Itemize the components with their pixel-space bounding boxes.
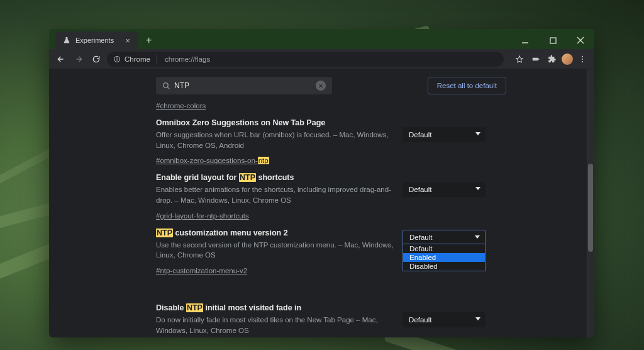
flask-icon xyxy=(63,37,70,44)
svg-point-12 xyxy=(164,82,169,88)
menu-icon[interactable] xyxy=(575,52,589,66)
flag-dropdown[interactable]: Default xyxy=(402,182,486,197)
flag-item: Enable grid layout for NTP shortcuts Ena… xyxy=(156,166,582,220)
url-path: chrome://flags xyxy=(165,55,210,63)
profile-avatar[interactable] xyxy=(562,54,573,65)
svg-point-10 xyxy=(582,58,583,59)
flag-dropdown[interactable]: Default xyxy=(402,230,486,245)
flag-title: Enable grid layout for NTP shortcuts xyxy=(156,173,395,182)
minimize-button[interactable] xyxy=(511,31,539,49)
svg-point-5 xyxy=(116,57,117,58)
flag-desc: Do now initially fade in most visited ti… xyxy=(156,315,395,336)
browser-window: Experiments × + Chrome xyxy=(49,29,594,337)
titlebar: Experiments × + xyxy=(49,29,594,49)
address-bar[interactable]: Chrome chrome://flags xyxy=(107,52,504,67)
reset-all-button[interactable]: Reset all to default xyxy=(428,77,506,94)
dropdown-option[interactable]: Default xyxy=(403,244,485,253)
site-info-icon[interactable] xyxy=(113,55,121,63)
close-icon[interactable]: × xyxy=(125,37,130,45)
browser-tab[interactable]: Experiments × xyxy=(55,31,138,49)
dropdown-option[interactable]: Enabled xyxy=(403,253,485,262)
svg-rect-1 xyxy=(550,38,556,43)
page-content: ✕ Reset all to default #chrome-colors Om… xyxy=(49,69,594,337)
flag-title: Disable NTP initial most visited fade in xyxy=(156,303,395,312)
battery-icon[interactable] xyxy=(529,52,543,66)
search-input[interactable] xyxy=(174,81,316,90)
dropdown-option[interactable]: Disabled xyxy=(403,262,485,271)
flag-item: Disable NTP initial most visited fade in… xyxy=(156,296,582,337)
flag-hash[interactable]: #chrome-colors xyxy=(156,102,206,110)
flag-hash[interactable]: #omnibox-zero-suggestions-on-ntp xyxy=(156,157,269,164)
new-tab-button[interactable]: + xyxy=(142,33,157,48)
svg-point-11 xyxy=(582,61,583,62)
svg-rect-7 xyxy=(533,57,538,60)
flag-title: Omnibox Zero Suggestions on New Tab Page xyxy=(156,118,395,127)
flag-title: NTP customization menu version 2 xyxy=(156,229,395,237)
toolbar: Chrome chrome://flags xyxy=(49,49,594,69)
star-icon[interactable] xyxy=(513,52,526,66)
svg-rect-8 xyxy=(538,58,539,59)
flag-desc: Use the second version of the NTP custom… xyxy=(156,240,395,261)
flag-item: Omnibox Zero Suggestions on New Tab Page… xyxy=(156,111,582,166)
dropdown-list: Default Enabled Disabled xyxy=(402,244,486,271)
reload-button[interactable] xyxy=(89,52,103,66)
flag-dropdown[interactable]: Default xyxy=(402,127,486,142)
forward-button[interactable] xyxy=(72,52,86,66)
svg-point-9 xyxy=(582,55,583,57)
tab-title: Experiments xyxy=(75,37,114,44)
svg-line-13 xyxy=(167,87,169,89)
flag-search[interactable]: ✕ xyxy=(156,77,332,94)
flag-desc: Offer suggestions when URL bar (omnibox)… xyxy=(156,130,395,150)
flag-hash[interactable]: #ntp-customization-menu-v2 xyxy=(156,267,247,274)
flag-dropdown[interactable]: Default xyxy=(402,312,486,327)
svg-rect-6 xyxy=(117,59,118,60)
maximize-button[interactable] xyxy=(539,31,567,49)
extensions-icon[interactable] xyxy=(545,52,559,66)
back-button[interactable] xyxy=(54,52,68,66)
search-icon xyxy=(162,82,170,90)
flag-item: NTP customization menu version 2 Use the… xyxy=(156,221,582,276)
flag-hash[interactable]: #grid-layout-for-ntp-shortcuts xyxy=(156,212,249,220)
url-origin: Chrome xyxy=(125,55,150,63)
flag-desc: Enables better animations for the shortc… xyxy=(156,184,395,205)
scrollbar-thumb[interactable] xyxy=(588,164,593,252)
close-window-button[interactable] xyxy=(567,31,594,49)
clear-search-icon[interactable]: ✕ xyxy=(316,81,326,91)
window-controls xyxy=(511,31,594,49)
